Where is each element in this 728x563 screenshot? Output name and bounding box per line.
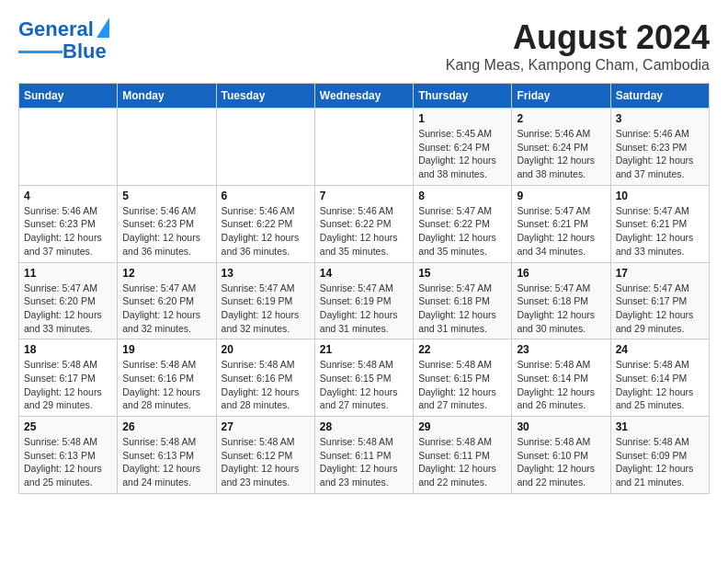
calendar-cell-4-3: 20Sunrise: 5:48 AM Sunset: 6:16 PM Dayli… (216, 339, 314, 417)
weekday-header-thursday: Thursday (414, 84, 512, 109)
calendar-cell-4-6: 23Sunrise: 5:48 AM Sunset: 6:14 PM Dayli… (512, 339, 610, 417)
week-row-5: 25Sunrise: 5:48 AM Sunset: 6:13 PM Dayli… (19, 417, 710, 494)
day-info: Sunrise: 5:47 AM Sunset: 6:22 PM Dayligh… (418, 204, 506, 259)
day-number: 10 (616, 190, 704, 202)
day-info: Sunrise: 5:48 AM Sunset: 6:13 PM Dayligh… (122, 435, 210, 489)
logo-text-blue: Blue (63, 40, 107, 63)
logo-text: General (18, 18, 94, 40)
day-number: 13 (222, 267, 310, 280)
page-header: General Blue August 2024 Kang Meas, Kamp… (18, 18, 710, 74)
day-info: Sunrise: 5:48 AM Sunset: 6:11 PM Dayligh… (418, 435, 506, 489)
day-number: 23 (517, 343, 605, 356)
day-number: 27 (222, 420, 310, 433)
day-info: Sunrise: 5:46 AM Sunset: 6:22 PM Dayligh… (222, 204, 310, 259)
day-number: 26 (122, 420, 210, 433)
calendar-cell-3-7: 17Sunrise: 5:47 AM Sunset: 6:17 PM Dayli… (610, 262, 709, 339)
day-number: 2 (517, 112, 605, 125)
week-row-4: 18Sunrise: 5:48 AM Sunset: 6:17 PM Dayli… (19, 339, 710, 417)
calendar-cell-5-3: 27Sunrise: 5:48 AM Sunset: 6:12 PM Dayli… (216, 417, 314, 494)
day-info: Sunrise: 5:48 AM Sunset: 6:09 PM Dayligh… (616, 435, 704, 489)
day-info: Sunrise: 5:46 AM Sunset: 6:23 PM Dayligh… (616, 127, 704, 181)
calendar-cell-1-3 (216, 109, 314, 186)
weekday-header-monday: Monday (118, 84, 216, 109)
day-number: 1 (418, 112, 506, 125)
calendar-cell-3-2: 12Sunrise: 5:47 AM Sunset: 6:20 PM Dayli… (118, 262, 216, 339)
day-number: 6 (222, 190, 310, 202)
calendar-cell-2-5: 8Sunrise: 5:47 AM Sunset: 6:22 PM Daylig… (414, 185, 512, 262)
calendar-cell-1-4 (314, 109, 413, 186)
day-info: Sunrise: 5:48 AM Sunset: 6:16 PM Dayligh… (222, 358, 310, 412)
calendar-cell-4-4: 21Sunrise: 5:48 AM Sunset: 6:15 PM Dayli… (314, 339, 413, 417)
day-info: Sunrise: 5:48 AM Sunset: 6:14 PM Dayligh… (616, 358, 704, 412)
weekday-header-saturday: Saturday (610, 84, 709, 109)
day-info: Sunrise: 5:46 AM Sunset: 6:22 PM Dayligh… (320, 204, 408, 259)
week-row-2: 4Sunrise: 5:46 AM Sunset: 6:23 PM Daylig… (19, 185, 710, 262)
calendar-cell-1-5: 1Sunrise: 5:45 AM Sunset: 6:24 PM Daylig… (414, 109, 512, 186)
week-row-1: 1Sunrise: 5:45 AM Sunset: 6:24 PM Daylig… (19, 109, 710, 186)
weekday-header-wednesday: Wednesday (314, 84, 413, 109)
title-block: August 2024 Kang Meas, Kampong Cham, Cam… (446, 18, 710, 74)
day-number: 14 (320, 267, 408, 280)
day-number: 29 (418, 420, 506, 433)
day-info: Sunrise: 5:46 AM Sunset: 6:23 PM Dayligh… (24, 204, 112, 259)
day-number: 15 (418, 267, 506, 280)
calendar-cell-1-2 (118, 109, 216, 186)
day-number: 7 (320, 190, 408, 202)
main-title: August 2024 (446, 18, 710, 57)
day-number: 11 (24, 267, 112, 280)
day-number: 19 (122, 343, 210, 356)
day-info: Sunrise: 5:47 AM Sunset: 6:19 PM Dayligh… (320, 282, 408, 336)
day-info: Sunrise: 5:48 AM Sunset: 6:15 PM Dayligh… (320, 358, 408, 412)
calendar-cell-5-2: 26Sunrise: 5:48 AM Sunset: 6:13 PM Dayli… (118, 417, 216, 494)
calendar-cell-1-7: 3Sunrise: 5:46 AM Sunset: 6:23 PM Daylig… (610, 109, 709, 186)
weekday-header-tuesday: Tuesday (216, 84, 314, 109)
day-info: Sunrise: 5:47 AM Sunset: 6:18 PM Dayligh… (517, 282, 605, 336)
logo: General Blue (18, 18, 109, 63)
day-info: Sunrise: 5:48 AM Sunset: 6:12 PM Dayligh… (222, 435, 310, 489)
calendar-cell-5-5: 29Sunrise: 5:48 AM Sunset: 6:11 PM Dayli… (414, 417, 512, 494)
day-info: Sunrise: 5:47 AM Sunset: 6:21 PM Dayligh… (616, 204, 704, 259)
day-info: Sunrise: 5:46 AM Sunset: 6:23 PM Dayligh… (122, 204, 210, 259)
day-number: 5 (122, 190, 210, 202)
day-info: Sunrise: 5:47 AM Sunset: 6:18 PM Dayligh… (418, 282, 506, 336)
day-info: Sunrise: 5:48 AM Sunset: 6:13 PM Dayligh… (24, 435, 112, 489)
calendar-cell-3-3: 13Sunrise: 5:47 AM Sunset: 6:19 PM Dayli… (216, 262, 314, 339)
calendar-cell-5-4: 28Sunrise: 5:48 AM Sunset: 6:11 PM Dayli… (314, 417, 413, 494)
day-info: Sunrise: 5:48 AM Sunset: 6:10 PM Dayligh… (517, 435, 605, 489)
day-info: Sunrise: 5:48 AM Sunset: 6:17 PM Dayligh… (24, 358, 112, 412)
weekday-header-friday: Friday (512, 84, 610, 109)
day-info: Sunrise: 5:48 AM Sunset: 6:15 PM Dayligh… (418, 358, 506, 412)
calendar-cell-3-4: 14Sunrise: 5:47 AM Sunset: 6:19 PM Dayli… (314, 262, 413, 339)
day-number: 21 (320, 343, 408, 356)
day-number: 25 (24, 420, 112, 433)
day-number: 4 (24, 190, 112, 202)
day-info: Sunrise: 5:47 AM Sunset: 6:19 PM Dayligh… (222, 282, 310, 336)
calendar-cell-5-7: 31Sunrise: 5:48 AM Sunset: 6:09 PM Dayli… (610, 417, 709, 494)
week-row-3: 11Sunrise: 5:47 AM Sunset: 6:20 PM Dayli… (19, 262, 710, 339)
day-number: 18 (24, 343, 112, 356)
calendar-cell-3-6: 16Sunrise: 5:47 AM Sunset: 6:18 PM Dayli… (512, 262, 610, 339)
day-number: 31 (616, 420, 704, 433)
day-number: 30 (517, 420, 605, 433)
day-number: 20 (222, 343, 310, 356)
day-number: 22 (418, 343, 506, 356)
day-info: Sunrise: 5:48 AM Sunset: 6:14 PM Dayligh… (517, 358, 605, 412)
day-number: 28 (320, 420, 408, 433)
calendar-cell-2-3: 6Sunrise: 5:46 AM Sunset: 6:22 PM Daylig… (216, 185, 314, 262)
calendar-cell-4-7: 24Sunrise: 5:48 AM Sunset: 6:14 PM Dayli… (610, 339, 709, 417)
calendar-cell-2-1: 4Sunrise: 5:46 AM Sunset: 6:23 PM Daylig… (19, 185, 118, 262)
day-info: Sunrise: 5:47 AM Sunset: 6:17 PM Dayligh… (616, 282, 704, 336)
calendar-cell-2-7: 10Sunrise: 5:47 AM Sunset: 6:21 PM Dayli… (610, 185, 709, 262)
sub-title: Kang Meas, Kampong Cham, Cambodia (446, 57, 710, 74)
weekday-header-row: SundayMondayTuesdayWednesdayThursdayFrid… (19, 84, 710, 109)
day-info: Sunrise: 5:46 AM Sunset: 6:24 PM Dayligh… (517, 127, 605, 181)
day-number: 12 (122, 267, 210, 280)
calendar-cell-4-2: 19Sunrise: 5:48 AM Sunset: 6:16 PM Dayli… (118, 339, 216, 417)
day-info: Sunrise: 5:45 AM Sunset: 6:24 PM Dayligh… (418, 127, 506, 181)
calendar-cell-3-1: 11Sunrise: 5:47 AM Sunset: 6:20 PM Dayli… (19, 262, 118, 339)
day-info: Sunrise: 5:47 AM Sunset: 6:20 PM Dayligh… (24, 282, 112, 336)
day-number: 16 (517, 267, 605, 280)
day-number: 8 (418, 190, 506, 202)
day-info: Sunrise: 5:47 AM Sunset: 6:21 PM Dayligh… (517, 204, 605, 259)
day-info: Sunrise: 5:48 AM Sunset: 6:11 PM Dayligh… (320, 435, 408, 489)
